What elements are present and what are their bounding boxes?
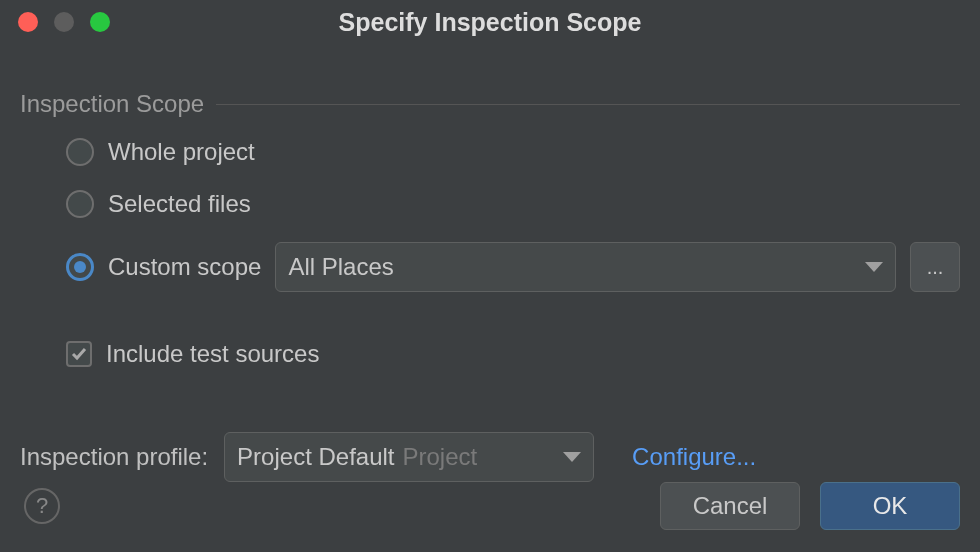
section-header: Inspection Scope (20, 90, 960, 118)
window-controls (18, 12, 110, 32)
help-icon: ? (36, 493, 48, 519)
titlebar: Specify Inspection Scope (0, 0, 980, 44)
custom-scope-dropdown[interactable]: All Places (275, 242, 896, 292)
radio-selected-files[interactable]: Selected files (66, 190, 960, 218)
radio-dot-icon (74, 261, 86, 273)
checkbox-icon (66, 341, 92, 367)
ok-button[interactable]: OK (820, 482, 960, 530)
radio-icon (66, 190, 94, 218)
profile-label: Inspection profile: (20, 443, 208, 471)
checkmark-icon (70, 345, 88, 363)
radio-label: Selected files (108, 190, 251, 218)
chevron-down-icon (865, 262, 883, 272)
close-window[interactable] (18, 12, 38, 32)
dialog-title: Specify Inspection Scope (0, 8, 980, 37)
footer-buttons: Cancel OK (660, 482, 960, 530)
section-label: Inspection Scope (20, 90, 204, 118)
scope-radio-group: Whole project Selected files Custom scop… (20, 138, 960, 368)
radio-icon (66, 138, 94, 166)
radio-custom-scope[interactable]: Custom scope (66, 253, 261, 281)
checkbox-label: Include test sources (106, 340, 319, 368)
ellipsis-icon: ... (927, 256, 944, 279)
radio-icon (66, 253, 94, 281)
section-divider (216, 104, 960, 105)
dropdown-value: All Places (288, 253, 393, 281)
chevron-down-icon (563, 452, 581, 462)
configure-link[interactable]: Configure... (632, 443, 756, 471)
minimize-window[interactable] (54, 12, 74, 32)
inspection-profile-dropdown[interactable]: Project Default Project (224, 432, 594, 482)
profile-value: Project Default (237, 443, 394, 471)
help-button[interactable]: ? (24, 488, 60, 524)
profile-suffix: Project (403, 443, 556, 471)
cancel-button[interactable]: Cancel (660, 482, 800, 530)
include-test-sources-checkbox[interactable]: Include test sources (66, 340, 960, 368)
radio-label: Whole project (108, 138, 255, 166)
maximize-window[interactable] (90, 12, 110, 32)
radio-label: Custom scope (108, 253, 261, 281)
radio-whole-project[interactable]: Whole project (66, 138, 960, 166)
inspection-profile-row: Inspection profile: Project Default Proj… (20, 432, 960, 482)
browse-scope-button[interactable]: ... (910, 242, 960, 292)
dialog-footer: ? Cancel OK (0, 478, 980, 552)
